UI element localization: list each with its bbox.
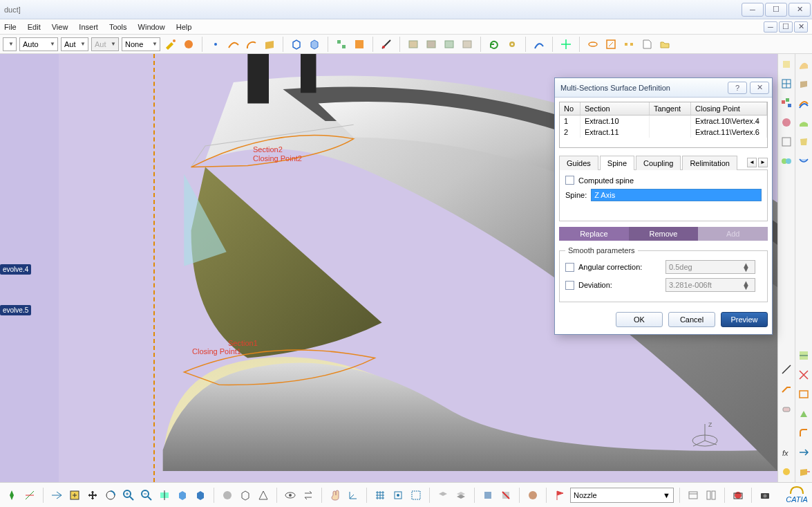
catalog-icon-3[interactable] [442,37,457,52]
formula-icon[interactable]: fx [779,445,794,460]
auto-combo-3[interactable]: Aut [91,37,119,51]
scale-icon[interactable] [603,37,619,52]
trim-icon[interactable] [796,367,811,382]
offset-icon[interactable] [796,95,811,111]
extrapolate-icon[interactable] [779,381,794,396]
layer-icon-1[interactable] [435,488,451,503]
hlr-icon[interactable] [238,488,253,503]
folder-icon[interactable] [657,37,672,52]
swap-icon[interactable] [301,488,316,503]
dialog-close-button[interactable]: ✕ [750,82,769,94]
menu-file[interactable]: File [4,23,17,31]
shape-fillet-icon[interactable] [796,425,811,441]
mdi-close-button[interactable]: ✕ [794,21,808,33]
menu-help[interactable]: Help [176,23,192,31]
pattern-icon[interactable] [621,37,636,52]
paint-icon[interactable] [163,37,178,52]
tab-spine[interactable]: Spine [600,156,634,170]
col-no[interactable]: No [560,102,580,115]
angular-checkbox[interactable] [565,263,574,272]
window-tile-icon[interactable] [704,488,719,503]
replace-icon[interactable] [487,37,502,52]
hand-icon[interactable] [328,488,343,503]
spine-input[interactable]: Z Axis [591,189,762,201]
normal-view-icon[interactable] [157,488,172,503]
tree-item[interactable]: evolve.5 [0,305,31,315]
replace-button[interactable]: Replace [559,227,629,241]
sphere-icon[interactable] [181,37,196,52]
sections-grid[interactable]: No Section Tangent Closing Point 1 Extra… [559,102,768,148]
ok-button[interactable]: OK [616,312,663,327]
window-maximize-button[interactable]: ☐ [765,3,787,17]
fly-icon[interactable] [49,488,64,503]
tab-relimitation[interactable]: Relimitation [682,156,737,170]
axis-system-icon[interactable] [346,488,361,503]
mdi-minimize-button[interactable]: ─ [764,21,777,33]
axis-tool-icon[interactable] [558,37,574,52]
axis-icon[interactable] [22,488,37,503]
menu-insert[interactable]: Insert [79,23,98,31]
catalog-icon-1[interactable] [406,37,421,52]
extract-icon[interactable] [796,406,811,421]
sheet-icon[interactable] [639,37,654,52]
color-combo[interactable] [3,37,17,51]
gear-icon[interactable] [504,37,520,52]
grid-icon[interactable] [352,37,367,52]
iso-view-icon[interactable] [175,488,190,503]
mdi-restore-button[interactable]: ☐ [779,21,793,33]
curve-icon[interactable] [226,37,241,52]
capture-icon[interactable] [730,488,746,503]
compass-icon[interactable]: z [688,420,722,454]
sketch-icon[interactable] [779,76,794,91]
line-tool-icon[interactable] [779,362,794,377]
extrude-icon[interactable] [779,57,794,72]
translate-icon[interactable] [796,445,811,460]
loft-icon[interactable] [796,134,811,149]
tab-guides[interactable]: Guides [559,156,598,170]
table-row[interactable]: 2 Extract.11 Extract.11\Vertex.6 [560,127,767,138]
snap-icon[interactable] [390,488,406,503]
material-icon[interactable] [525,488,540,503]
none-combo[interactable]: None [122,37,160,51]
cog-tool-icon[interactable] [779,464,794,479]
tab-scroll-right[interactable]: ► [758,158,768,167]
auto-combo-1[interactable]: Auto [19,37,58,51]
catalog-icon-2[interactable] [424,37,439,52]
cube-icon-1[interactable] [289,37,304,52]
point-icon[interactable] [208,37,223,52]
auto-combo-2[interactable]: Aut [61,37,88,51]
rotate-view-icon[interactable] [103,488,118,503]
iso-view-2-icon[interactable] [193,488,208,503]
wireframe-icon[interactable] [779,134,794,149]
sphere-tool-icon[interactable] [779,115,794,130]
catalog-icon-4[interactable] [460,37,475,52]
zoom-out-icon[interactable] [139,488,154,503]
sweep-icon[interactable] [796,57,811,72]
layer-icon-2[interactable] [453,488,469,503]
shading-icon[interactable] [220,488,235,503]
flag-icon[interactable] [552,488,567,503]
tree-item[interactable]: evolve.4 [0,264,31,275]
compass-reset-icon[interactable] [4,488,19,503]
grid-settings-icon[interactable] [408,488,424,503]
table-row[interactable]: 1 Extract.10 Extract.10\Vertex.4 [560,116,767,127]
pan-icon[interactable] [85,488,100,503]
menu-window[interactable]: Window [138,23,165,31]
deviation-checkbox[interactable] [565,281,574,290]
menu-view[interactable]: View [52,23,68,31]
window-close-button[interactable]: ✕ [789,3,811,17]
menu-tools[interactable]: Tools [109,23,127,31]
menu-edit[interactable]: Edit [28,23,41,31]
remove-button[interactable]: Remove [629,227,699,241]
eraser-icon[interactable] [779,400,794,416]
analysis-icon[interactable] [531,37,547,52]
multi-icon[interactable] [779,95,794,111]
rotate-icon[interactable] [585,37,601,52]
assembly-icon[interactable] [334,37,349,52]
spec-tree-panel[interactable]: evolve.4 evolve.5 [0,54,59,482]
computed-spine-checkbox[interactable] [565,176,574,185]
body-icon[interactable] [480,488,495,503]
hide-show-icon[interactable] [283,488,298,503]
window-list-icon[interactable] [686,488,701,503]
cube-icon-2[interactable] [307,37,322,52]
